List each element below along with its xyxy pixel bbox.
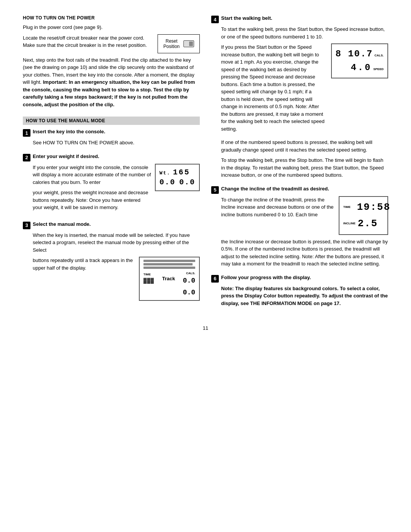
left-column: HOW TO TURN ON THE POWER Plug in the pow… <box>23 15 200 314</box>
step-1-title-text: Insert the key into the console. <box>33 129 105 134</box>
speed-display-speed-label: SPEED <box>373 67 384 72</box>
step-6-block: 6 Follow your progress with the display.… <box>211 275 388 307</box>
reset-switch <box>183 40 194 47</box>
step-3-title: 3 Select the manual mode. <box>23 221 200 229</box>
track-display-num: 0.0 <box>183 276 195 286</box>
step-4-num: 4 <box>211 16 219 23</box>
step-5-title-text: Change the incline of the treadmill as d… <box>221 186 329 192</box>
step-3-content: When the key is inserted, the manual mod… <box>33 232 200 301</box>
reset-box: ResetPosition <box>158 34 200 53</box>
step-5-body1: To change the incline of the treadmill, … <box>221 196 334 219</box>
step-4-block: 4 Start the walking belt. To start the w… <box>211 15 388 179</box>
incline-incline-label: INCLINE <box>343 221 355 226</box>
track-icons: ▓▓▓ <box>143 277 154 285</box>
right-column: 4 Start the walking belt. To start the w… <box>211 15 388 314</box>
power-section-title: HOW TO TURN ON THE POWER <box>23 15 200 21</box>
step-2-block: 2 Enter your weight if desired. If you e… <box>23 153 200 214</box>
track-display: TIME ▓▓▓ Track CALS. 0.0 0.0 <box>139 257 200 301</box>
weight-display-top: Wt. 165 <box>159 168 195 177</box>
speed-display: 8 10.7 CALS. 4.0 SPEED <box>331 43 388 78</box>
speed-display-cals-label: CALS. <box>374 53 384 58</box>
step-3-title-text: Select the manual mode. <box>33 221 91 227</box>
track-bar-1 <box>143 260 195 262</box>
reset-label: ResetPosition <box>163 38 180 49</box>
track-bar-2 <box>143 263 193 265</box>
step-3-body2: buttons repeatedly until a track appears… <box>33 257 134 272</box>
step-5-content: To change the incline of the treadmill, … <box>221 196 388 268</box>
step-4-body4: To stop the walking belt, press the Stop… <box>221 157 388 179</box>
step-2-num: 2 <box>23 154 30 161</box>
step-2-title: 2 Enter your weight if desired. <box>23 153 200 161</box>
step-1-num: 1 <box>23 129 30 137</box>
step-6-bold: Note: The display features six backgroun… <box>221 286 388 306</box>
step-5-block: 5 Change the incline of the treadmill as… <box>211 186 388 268</box>
step-5-num: 5 <box>211 186 219 194</box>
step-1-title: 1 Insert the key into the console. <box>23 129 200 137</box>
weight-display-bot: 0.0 0.0 <box>159 177 195 187</box>
step-5-body2: the Incline increase or decrease button … <box>221 238 388 268</box>
power-reset-block: ResetPosition Locate the reset/off circu… <box>23 34 200 56</box>
incline-display-incline: 2.5 <box>358 216 378 231</box>
speed-display-top-row: 8 10.7 CALS. <box>336 47 384 61</box>
power-para3-block: Next, step onto the foot rails of the tr… <box>23 56 200 112</box>
step-4-title-text: Start the walking belt. <box>221 15 272 21</box>
reset-switch-knob <box>189 42 193 46</box>
step-4-body2: If you press the Start button or the Spe… <box>221 43 327 133</box>
incline-time-label: TIME <box>343 205 355 209</box>
step-3-body1: When the key is inserted, the manual mod… <box>33 232 200 254</box>
step-1-body: See HOW TO TURN ON THE POWER above. <box>33 139 200 147</box>
step-3-block: 3 Select the manual mode. When the key i… <box>23 221 200 301</box>
page-number: 11 <box>23 325 388 331</box>
manual-section-title: HOW TO USE THE MANUAL MODE <box>23 117 200 125</box>
track-bottom-row: TIME ▓▓▓ Track CALS. 0.0 <box>143 271 195 286</box>
step-4-body1: To start the walking belt, press the Sta… <box>221 26 388 40</box>
track-time-label: TIME <box>143 272 151 277</box>
weight-display: Wt. 165 0.0 0.0 <box>155 164 200 191</box>
speed-display-bot-row: 4.0 SPEED <box>336 61 384 75</box>
power-section: HOW TO TURN ON THE POWER Plug in the pow… <box>23 15 200 111</box>
track-bars <box>143 260 195 269</box>
step-2-body2: your weight, press the weight increase a… <box>33 189 151 211</box>
step-1-block: 1 Insert the key into the console. See H… <box>23 129 200 147</box>
step-2-title-text: Enter your weight if desired. <box>33 153 99 159</box>
step-6-title: 6 Follow your progress with the display. <box>211 275 388 283</box>
incline-display: TIME 19:58 INCLINE 2.5 <box>339 196 388 235</box>
incline-row-incline: INCLINE 2.5 <box>343 216 384 231</box>
step-6-body1: Note: The display features six backgroun… <box>221 285 388 307</box>
step-5-title: 5 Change the incline of the treadmill as… <box>211 186 388 194</box>
track-cals-label: CALS. <box>186 271 195 276</box>
step-4-title: 4 Start the walking belt. <box>211 15 388 23</box>
track-label: Track <box>162 275 175 283</box>
step-3-num: 3 <box>23 222 30 229</box>
power-para3-bold: Important: In an emergency situation, th… <box>23 79 195 107</box>
power-para3: Next, step onto the foot rails of the tr… <box>23 56 200 109</box>
track-bar-3 <box>143 267 195 269</box>
step-2-content: If you enter your weight into the consol… <box>33 164 200 214</box>
speed-display-top-num: 8 10.7 <box>336 47 373 61</box>
step-6-title-text: Follow your progress with the display. <box>221 275 311 280</box>
step-6-num: 6 <box>211 275 219 283</box>
step-1-content: See HOW TO TURN ON THE POWER above. <box>33 139 200 147</box>
power-para1: Plug in the power cord (see page 9). <box>23 24 200 31</box>
step-4-body3: If one of the numbered speed buttons is … <box>221 139 388 153</box>
track-display-bot: 0.0 <box>143 288 195 298</box>
step-4-content: To start the walking belt, press the Sta… <box>221 26 388 179</box>
manual-section: HOW TO USE THE MANUAL MODE 1 Insert the … <box>23 117 200 301</box>
incline-row-time: TIME 19:58 <box>343 200 384 215</box>
speed-display-bot-num: 4.0 <box>351 61 372 75</box>
step-6-content: Note: The display features six backgroun… <box>221 285 388 307</box>
incline-display-time: 19:58 <box>357 200 390 215</box>
step-2-body1: If you enter your weight into the consol… <box>33 164 151 186</box>
